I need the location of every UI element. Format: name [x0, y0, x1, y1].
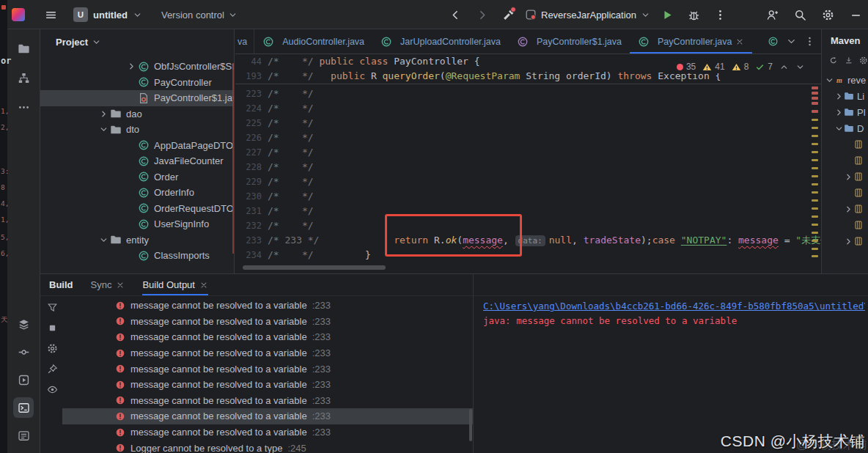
- editor-tab[interactable]: AudioController.java: [254, 29, 372, 54]
- debug-button[interactable]: [684, 5, 703, 24]
- hidden-tabs-button[interactable]: [786, 36, 797, 47]
- code-line-232[interactable]: 232/* */: [235, 218, 821, 233]
- maven-tree-item[interactable]: [822, 136, 868, 152]
- navigate-forward-button[interactable]: [472, 5, 491, 24]
- maven-tree-item[interactable]: D: [822, 120, 868, 136]
- project-tree-item[interactable]: PayController: [40, 75, 234, 91]
- warning-stripe-mark[interactable]: [812, 255, 818, 257]
- tool-window-button-layers[interactable]: [13, 314, 34, 334]
- code-line-224[interactable]: 224/* */: [235, 101, 821, 116]
- maven-tree-item[interactable]: [822, 169, 868, 185]
- search-everywhere-button[interactable]: [790, 5, 809, 24]
- project-panel-header[interactable]: Project: [40, 29, 234, 54]
- code-line-228[interactable]: 228/* */: [235, 160, 821, 174]
- code-line-223[interactable]: 223/* */: [235, 86, 821, 101]
- warning-stripe-mark[interactable]: [812, 127, 818, 129]
- error-stripe-mark[interactable]: [812, 97, 818, 100]
- warning-stripe-mark[interactable]: [812, 151, 818, 153]
- build-message-row[interactable]: message cannot be resolved to a variable…: [62, 345, 473, 361]
- editor-tab[interactable]: PayController$1.java: [509, 29, 630, 54]
- maven-tree-item[interactable]: mreve: [822, 72, 868, 88]
- tool-window-button-more[interactable]: [13, 97, 34, 117]
- code-with-me-button[interactable]: [762, 5, 781, 24]
- build-message-row[interactable]: message cannot be resolved to a variable…: [62, 393, 473, 409]
- project-tree-item[interactable]: PayController$1.java: [40, 90, 234, 106]
- project-tree-item[interactable]: dao: [40, 106, 234, 122]
- file-path-link[interactable]: C:\Users\yang\Downloads\b4ccb261-bd66-42…: [483, 299, 865, 314]
- code-line-226[interactable]: 226/* */: [235, 130, 821, 145]
- maven-tree-item[interactable]: [822, 185, 868, 201]
- prev-problem-button[interactable]: [779, 62, 789, 72]
- warning-stripe-mark[interactable]: [812, 143, 818, 145]
- preview-button[interactable]: [47, 384, 58, 395]
- tab-options-button[interactable]: [804, 36, 815, 47]
- project-tree-item[interactable]: ClassImports: [40, 248, 234, 264]
- project-tree-item[interactable]: entity: [40, 232, 234, 248]
- settings-button[interactable]: [818, 5, 837, 24]
- tab-sync[interactable]: Sync: [91, 274, 125, 295]
- editor-tab[interactable]: JarUploadController.java: [372, 29, 509, 54]
- inspections-widget[interactable]: 35 41 8 7: [672, 60, 809, 73]
- tool-window-button-terminal[interactable]: [13, 397, 34, 418]
- tab-build-output[interactable]: Build Output: [142, 274, 208, 295]
- warning-stripe-mark[interactable]: [812, 248, 818, 250]
- tool-window-button-project-folder[interactable]: [13, 38, 34, 59]
- tool-window-button-structure[interactable]: [13, 67, 34, 88]
- code-line-234[interactable]: 234/* */ }: [235, 248, 821, 262]
- error-stripe-mark[interactable]: [812, 102, 818, 105]
- warning-stripe-mark[interactable]: [812, 232, 818, 234]
- build-settings-button[interactable]: [47, 343, 58, 354]
- build-message-row[interactable]: Logger cannot be resolved to a type:245: [62, 440, 473, 453]
- more-actions-button[interactable]: [710, 5, 729, 24]
- build-message-row[interactable]: message cannot be resolved to a variable…: [62, 314, 473, 330]
- navigate-back-button[interactable]: [446, 5, 465, 24]
- maven-tree-item[interactable]: [822, 152, 868, 169]
- close-tab-icon[interactable]: [735, 37, 744, 46]
- error-stripe-mark[interactable]: [812, 86, 818, 89]
- code-line-233[interactable]: 233/* 233 */ return R.ok(message, data:n…: [235, 233, 821, 248]
- error-stripe[interactable]: [811, 62, 819, 262]
- code-area[interactable]: 44/* */ public class PayController {193/…: [235, 54, 821, 262]
- project-tree-item[interactable]: AppDataPageDTO: [40, 138, 234, 154]
- editor-tab[interactable]: va: [235, 29, 254, 54]
- maven-tree-item[interactable]: [822, 233, 868, 249]
- warning-stripe-mark[interactable]: [812, 191, 818, 194]
- code-line-227[interactable]: 227/* */: [235, 145, 821, 160]
- close-icon[interactable]: [199, 281, 208, 290]
- reimport-button[interactable]: [829, 55, 838, 66]
- close-icon[interactable]: [116, 281, 125, 290]
- project-tree-item[interactable]: dto: [40, 122, 234, 138]
- warning-stripe-mark[interactable]: [812, 175, 818, 177]
- project-tree-item[interactable]: OrderRequestDTO: [40, 201, 234, 217]
- maven-tree-item[interactable]: Li: [822, 88, 868, 104]
- tool-window-button-problems[interactable]: [13, 425, 34, 446]
- project-tree-item[interactable]: ObfJsController$Strear: [40, 59, 234, 75]
- build-message-row[interactable]: message cannot be resolved to a variable…: [62, 361, 473, 377]
- project-tree-item[interactable]: UserSignInfo: [40, 216, 234, 232]
- tool-window-button-services[interactable]: [13, 369, 34, 390]
- warning-stripe-mark[interactable]: [812, 199, 818, 202]
- warning-stripe-mark[interactable]: [812, 224, 818, 226]
- build-message-row[interactable]: message cannot be resolved to a variable…: [62, 424, 473, 441]
- maven-tree-item[interactable]: Pl: [822, 104, 868, 120]
- run-configuration-selector[interactable]: ReverseJarApplication: [525, 9, 650, 21]
- project-widget[interactable]: U untitled: [73, 7, 142, 22]
- filter-button[interactable]: [47, 302, 58, 313]
- minimize-button[interactable]: [846, 5, 865, 24]
- main-menu-button[interactable]: [41, 5, 60, 24]
- build-message-row[interactable]: message cannot be resolved to a variable…: [62, 408, 473, 424]
- error-stripe-mark[interactable]: [812, 110, 818, 113]
- pin-button[interactable]: [47, 364, 58, 375]
- editor-tab[interactable]: PayController.java: [630, 29, 752, 54]
- project-tree-item[interactable]: JavaFileCounter: [40, 153, 234, 169]
- code-line-225[interactable]: 225/* */: [235, 116, 821, 130]
- build-message-row[interactable]: message cannot be resolved to a variable…: [62, 298, 473, 314]
- warning-stripe-mark[interactable]: [812, 240, 818, 242]
- maven-settings-button[interactable]: [859, 55, 868, 66]
- warning-stripe-mark[interactable]: [812, 119, 818, 121]
- warning-stripe-mark[interactable]: [812, 159, 818, 161]
- build-message-row[interactable]: message cannot be resolved to a variable…: [62, 329, 473, 345]
- tool-window-button-vcs[interactable]: [13, 342, 34, 362]
- warning-stripe-mark[interactable]: [812, 183, 818, 185]
- vcs-widget[interactable]: Version control: [161, 10, 238, 21]
